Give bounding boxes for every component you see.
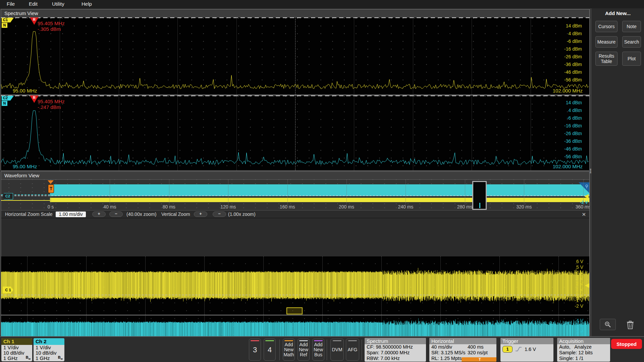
dvm-button[interactable]: DVM — [330, 339, 344, 361]
db-label: 14 dBm — [558, 23, 582, 28]
marker-level: -.305 dBm — [38, 26, 65, 32]
pretrigger-trace-ch1 — [1, 200, 50, 201]
menu-item-file[interactable]: File — [7, 1, 15, 7]
separator — [327, 340, 327, 360]
results-table-button[interactable]: Results Table — [595, 52, 618, 66]
plot-button[interactable]: Plot — [622, 52, 641, 66]
spectrum-plot-ch2[interactable]: C2 N R 95.405 MHz -.247 dBm 14 dBm4 dBm-… — [1, 96, 589, 170]
search-mark-ch1[interactable] — [286, 307, 303, 314]
marker-level: -.247 dBm — [38, 104, 65, 110]
graticule-vline — [236, 17, 237, 95]
graticule-vline — [531, 96, 531, 170]
separator — [279, 340, 280, 360]
h-zoom-minus-button[interactable]: − — [109, 212, 123, 217]
dvm-button-label: DVM — [332, 347, 342, 352]
add-new-ref-button[interactable]: AddNewRef — [298, 339, 310, 361]
menu-item-edit[interactable]: Edit — [29, 1, 38, 7]
h-sample-rate: SR: 3.125 MS/s — [431, 350, 468, 356]
stop-frequency-label: 102.000 MHz — [553, 164, 583, 169]
add-new-title: Add New... — [592, 8, 644, 16]
separator — [362, 340, 362, 360]
add-new-math-button[interactable]: AddNewMath — [283, 339, 295, 361]
afg-button[interactable]: AFG — [346, 339, 359, 361]
db-label: -26 dBm — [558, 131, 582, 136]
channel-3-button[interactable]: 3 — [249, 339, 261, 361]
acquisition-overview[interactable]: T C2 0 s40 ms80 ms120 ms160 ms200 ms240 … — [1, 180, 589, 210]
graticule-vline — [354, 96, 354, 170]
acq-sample-bits: Sample: 12 bits — [557, 350, 610, 356]
spectrum-cf: CF: 98.5000000 MHz — [365, 344, 426, 350]
horizontal-info-panel[interactable]: Horizontal 40 ms/div400 ms SR: 3.125 MS/… — [429, 338, 496, 362]
graticule-vline — [177, 17, 178, 95]
trash-button[interactable] — [623, 319, 638, 330]
graticule-vline — [413, 96, 413, 170]
h-scale: 40 ms/div — [431, 344, 468, 350]
afg-button-label: AFG — [348, 347, 358, 352]
stopped-button[interactable]: Stopped — [611, 339, 642, 349]
graticule-vline — [472, 96, 472, 170]
trigger-source-badge: 1 — [502, 346, 513, 353]
h-zoom-plus-button[interactable]: + — [92, 212, 106, 217]
v-zoom-plus-button[interactable]: + — [194, 212, 207, 217]
volt-label-ch2: 3 V — [567, 323, 583, 329]
trigger-info-panel[interactable]: Trigger 1 1.6 V — [500, 338, 553, 362]
ch2-db-scale: 10 dB/div — [34, 350, 64, 356]
spectrum-plot-ch1[interactable]: C1 N R 95.405 MHz -.305 dBm 14 dBm4 dBm-… — [1, 17, 589, 95]
close-zoom-icon[interactable]: ✕ — [582, 212, 586, 218]
trigger-flag[interactable]: T — [48, 184, 54, 193]
overview-band-ch1 — [50, 198, 589, 202]
menu-item-help[interactable]: Help — [82, 1, 92, 7]
graticule-vline — [354, 17, 354, 95]
channel-4-button-label: 4 — [268, 347, 272, 352]
volt-label-ch1: 4 V — [567, 270, 583, 275]
db-label: -56 dBm — [558, 77, 582, 82]
spectrum-span: Span: 7.00000 MHz — [365, 350, 426, 356]
bandwidth-limit-icon: Bw — [58, 355, 63, 360]
menu-item-utility[interactable]: Utility — [52, 1, 64, 7]
graticule-vline — [228, 180, 228, 205]
graticule-vline — [236, 96, 237, 170]
splitter-handle[interactable]: ●●● — [590, 169, 591, 174]
note-button[interactable]: Note — [622, 21, 641, 32]
v-zoom-factor: (1.00x zoom) — [228, 212, 256, 217]
v-zoom-label: Vertical Zoom — [161, 212, 190, 217]
volt-label-ch1: 1 V — [567, 287, 583, 292]
trigger-level-arrow-ch1[interactable] — [585, 283, 589, 288]
db-label: -16 dBm — [558, 123, 582, 128]
search-button[interactable]: Search — [622, 36, 641, 48]
h-zoom-scale-value[interactable]: 1.00 ms/div — [56, 212, 86, 217]
ch1-badge[interactable]: Ch 1 1 V/div 10 dB/div 1 GHz Bw — [1, 338, 32, 361]
db-label: -56 dBm — [558, 154, 582, 159]
graticule-vline — [472, 17, 472, 95]
channel-flag-c2-normal: N — [2, 101, 7, 106]
oscilloscope-screen: FileEditUtilityHelp Spectrum View C1 N R… — [0, 0, 644, 362]
volt-label-ch1: 0 V — [567, 292, 583, 298]
graticule-vline — [295, 96, 296, 170]
zoom-mode-button[interactable] — [600, 319, 616, 330]
spectrum-info-title: Spectrum — [365, 338, 426, 344]
ch2-scale: 1 V/div — [34, 345, 64, 350]
status-bar: Ch 1 1 V/div 10 dB/div 1 GHz Bw Ch 2 1 V… — [0, 336, 644, 362]
spectrum-info-panel[interactable]: Spectrum CF: 98.5000000 MHz Span: 7.0000… — [365, 338, 426, 362]
spectrum-view-panel: Spectrum View C1 N R 95.405 MHz -.305 dB… — [1, 9, 590, 171]
measure-button[interactable]: Measure — [595, 36, 618, 48]
v-zoom-minus-button[interactable]: − — [213, 212, 226, 217]
start-frequency-label: 95.00 MHz — [13, 88, 37, 94]
volt-label-ch1: 5 V — [567, 264, 583, 270]
ch2-name: Ch 2 — [34, 338, 64, 345]
marker-readout: 95.405 MHz -.305 dBm — [38, 20, 65, 32]
cursors-button[interactable]: Cursors — [595, 21, 618, 32]
add-new-bus-button[interactable]: AddNewBus — [312, 339, 324, 361]
graticule-vline — [583, 180, 584, 205]
ch2-badge[interactable]: Ch 2 1 V/div 10 dB/div 1 GHz Bw — [34, 338, 64, 361]
acquisition-info-panel[interactable]: Acquisition Auto, Analyze Sample: 12 bit… — [557, 338, 610, 362]
trigger-level-arrow[interactable] — [584, 194, 589, 199]
menu-bar: FileEditUtilityHelp — [0, 0, 644, 8]
overview-reference-line — [1, 195, 589, 196]
zoom-region-box[interactable] — [472, 181, 487, 210]
graticule-vline — [524, 180, 524, 205]
start-frequency-label: 95.00 MHz — [13, 164, 37, 169]
ground-line-ch1 — [1, 295, 589, 295]
channel-4-button[interactable]: 4 — [264, 339, 276, 361]
marker-frequency: 95.405 MHz — [38, 99, 65, 104]
